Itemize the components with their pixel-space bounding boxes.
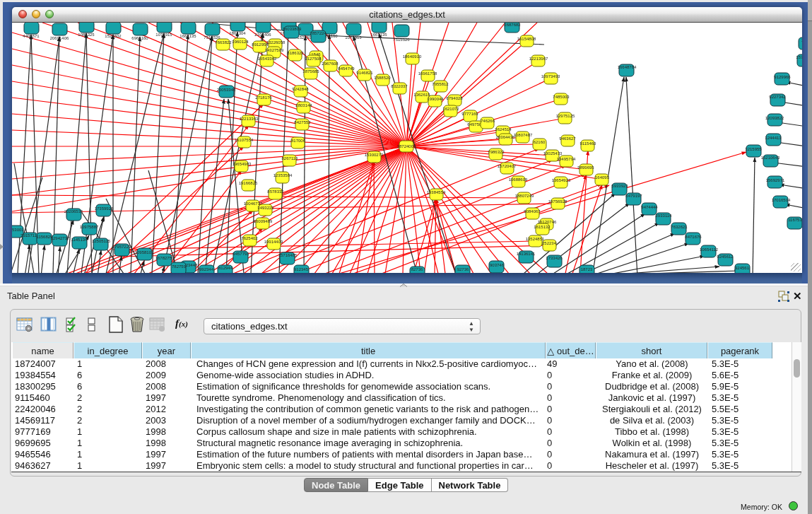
svg-text:924561: 924561: [735, 266, 750, 270]
svg-text:16543362: 16543362: [258, 57, 277, 61]
svg-text:12093822: 12093822: [765, 116, 784, 120]
svg-text:1588520: 1588520: [374, 76, 391, 80]
svg-text:1861304: 1861304: [229, 31, 246, 35]
svg-text:9084067: 9084067: [524, 209, 541, 214]
svg-text:1145134: 1145134: [71, 238, 88, 242]
svg-text:7857224: 7857224: [310, 31, 326, 35]
svg-text:1527602: 1527602: [105, 34, 122, 38]
svg-text:2967608: 2967608: [322, 62, 339, 66]
svg-text:2803144: 2803144: [295, 103, 312, 107]
svg-text:1071915: 1071915: [155, 33, 172, 37]
svg-text:82736: 82736: [411, 267, 423, 271]
svg-text:10654112: 10654112: [700, 247, 719, 252]
svg-text:13495794: 13495794: [557, 157, 576, 161]
svg-text:1621072: 1621072: [442, 107, 459, 111]
svg-text:3215955: 3215955: [745, 147, 762, 151]
svg-text:16648784: 16648784: [618, 65, 637, 69]
svg-text:9474444: 9474444: [641, 205, 658, 209]
svg-text:10025433: 10025433: [543, 151, 563, 156]
svg-text:16033809: 16033809: [283, 27, 302, 31]
svg-text:17016504: 17016504: [772, 198, 791, 202]
svg-text:19654983: 19654983: [233, 162, 252, 166]
svg-text:9899695: 9899695: [577, 165, 594, 170]
svg-text:7663822: 7663822: [215, 40, 232, 45]
svg-text:8471676: 8471676: [685, 235, 702, 239]
svg-text:9463627: 9463627: [559, 136, 576, 141]
svg-text:9227342: 9227342: [769, 95, 786, 99]
svg-text:20206536: 20206536: [64, 209, 83, 214]
svg-text:16210643: 16210643: [761, 156, 780, 160]
svg-text:14136141: 14136141: [517, 252, 536, 256]
svg-text:19914409: 19914409: [264, 240, 283, 244]
svg-text:6479197: 6479197: [625, 194, 642, 198]
svg-text:15716485: 15716485: [278, 253, 298, 257]
svg-text:10958107: 10958107: [135, 250, 154, 255]
svg-text:19756928: 19756928: [548, 199, 567, 204]
svg-text:7632621: 7632621: [671, 225, 688, 229]
svg-text:1453001: 1453001: [12, 228, 24, 232]
svg-text:8427552: 8427552: [294, 120, 311, 124]
svg-text:10807487: 10807487: [514, 133, 533, 137]
svg-text:1244413: 1244413: [765, 136, 782, 140]
svg-text:8186323: 8186323: [287, 51, 304, 55]
svg-text:2101406: 2101406: [254, 33, 271, 37]
svg-text:16009489: 16009489: [254, 219, 273, 223]
svg-text:18640910: 18640910: [403, 54, 422, 59]
svg-text:10688609: 10688609: [509, 177, 528, 182]
svg-text:1990044: 1990044: [427, 97, 444, 101]
svg-text:3624514: 3624514: [495, 127, 512, 132]
svg-text:13654923: 13654923: [552, 178, 571, 182]
svg-text:7515526: 7515526: [393, 37, 410, 42]
svg-text:5933923: 5933923: [611, 184, 628, 188]
svg-text:6794028: 6794028: [446, 96, 463, 100]
svg-text:7955812: 7955812: [432, 82, 449, 86]
svg-text:62160: 62160: [534, 140, 546, 144]
svg-text:92736: 92736: [457, 267, 469, 271]
svg-text:15300273: 15300273: [365, 153, 384, 157]
svg-text:18723: 18723: [581, 267, 593, 271]
svg-text:782759: 782759: [172, 264, 187, 269]
svg-text:2718176: 2718176: [255, 95, 272, 100]
svg-text:9115460: 9115460: [580, 141, 597, 146]
svg-text:4405571: 4405571: [23, 34, 40, 38]
svg-text:16782759: 16782759: [155, 256, 175, 260]
svg-text:1117: 1117: [801, 38, 802, 42]
svg-text:20053346: 20053346: [217, 88, 236, 92]
svg-text:17957223: 17957223: [112, 245, 131, 249]
svg-text:2687682: 2687682: [504, 23, 521, 27]
svg-text:9245612: 9245612: [717, 255, 734, 259]
svg-text:19384554: 19384554: [427, 190, 446, 194]
svg-text:8322037: 8322037: [391, 84, 408, 88]
svg-text:812944: 812944: [218, 266, 233, 270]
svg-text:9242848: 9242848: [292, 87, 309, 91]
svg-text:116753: 116753: [788, 218, 802, 222]
svg-text:10975887: 10975887: [80, 225, 99, 229]
svg-text:19166825: 19166825: [239, 181, 258, 185]
svg-text:1615132: 1615132: [534, 225, 551, 229]
svg-text:20691406: 20691406: [50, 36, 69, 40]
svg-text:7485003: 7485003: [553, 95, 570, 99]
svg-text:9146821: 9146821: [356, 71, 373, 75]
svg-text:9129966: 9129966: [774, 75, 791, 79]
svg-text:1085325: 1085325: [78, 33, 95, 37]
svg-text:992344: 992344: [199, 267, 214, 271]
svg-text:6966160: 6966160: [131, 36, 148, 40]
svg-text:12975125: 12975125: [556, 114, 575, 118]
svg-text:903746: 903746: [490, 263, 505, 267]
svg-text:3960124: 3960124: [232, 40, 249, 44]
svg-text:15720407: 15720407: [498, 164, 517, 168]
svg-text:16961758: 16961758: [418, 71, 437, 76]
svg-text:12942737: 12942737: [51, 236, 70, 240]
svg-text:16107554: 16107554: [235, 138, 254, 142]
svg-text:3875685: 3875685: [302, 69, 319, 74]
svg-text:9127508: 9127508: [305, 57, 322, 61]
svg-text:12353584: 12353584: [273, 173, 293, 177]
svg-text:18807249: 18807249: [515, 194, 534, 198]
svg-text:8454749: 8454749: [338, 66, 355, 71]
svg-text:1071915: 1071915: [345, 35, 362, 40]
svg-text:1667135: 1667135: [180, 34, 196, 38]
svg-text:164095: 164095: [595, 175, 610, 180]
svg-text:8267110: 8267110: [282, 156, 299, 160]
svg-text:3493222: 3493222: [257, 206, 274, 210]
svg-text:7625402: 7625402: [241, 236, 258, 240]
